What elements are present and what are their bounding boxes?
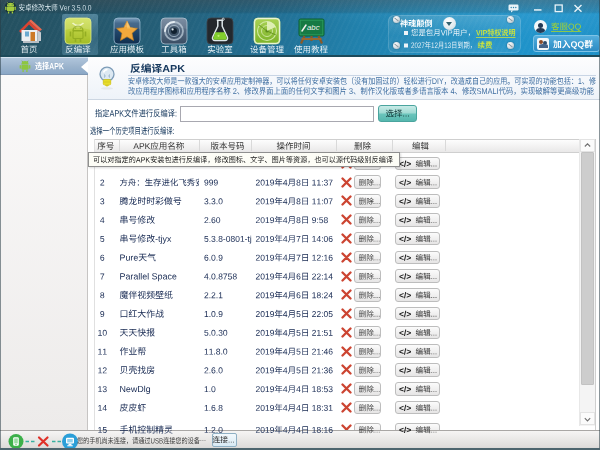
svg-text:abc: abc	[307, 23, 320, 32]
